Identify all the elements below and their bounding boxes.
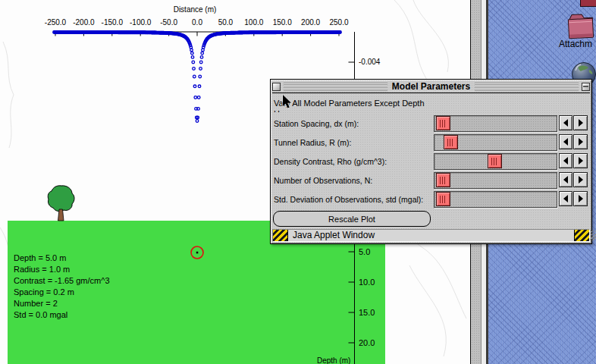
slider-row: Station Spacing, dx (m):: [271, 115, 591, 132]
slider-track[interactable]: [434, 115, 557, 132]
depth-tick-label: 5.0: [359, 247, 370, 256]
slider-increment-button[interactable]: [573, 191, 588, 206]
slider-decrement-button[interactable]: [559, 134, 572, 149]
slider-row: Number of Observations, N:: [271, 172, 591, 189]
left-arrow-icon: [563, 119, 568, 127]
slider-decrement-button[interactable]: [559, 115, 572, 130]
ground-info: Depth = 5.0 mRadius = 1.0 mContrast = -1…: [14, 253, 110, 321]
left-arrow-icon: [563, 138, 568, 146]
left-arrow-icon: [563, 195, 568, 202]
gravity-tick-label: -0.004: [359, 58, 380, 66]
slider-track[interactable]: [434, 134, 557, 151]
x-axis-title: Distance (m): [174, 5, 217, 14]
rescale-plot-button[interactable]: Rescale Plot: [273, 211, 431, 227]
depth-axis-title: Depth (m): [317, 356, 350, 364]
depth-tick-label: 15.0: [359, 308, 375, 317]
slider-label: Std. Deviation of Observations, std (mga…: [274, 195, 423, 204]
slider-label: Number of Observations, N:: [274, 176, 372, 185]
x-tick-label: 250.0: [322, 18, 356, 27]
left-arrow-icon: [563, 176, 568, 184]
ground-info-line: Radius = 1.0 m: [14, 264, 110, 275]
slider-decrement-button[interactable]: [559, 191, 572, 206]
slider-label: Density Contrast, Rho (g/cm^3):: [274, 157, 387, 166]
slider-track[interactable]: [434, 191, 557, 208]
slider-track[interactable]: [434, 172, 557, 189]
status-text: Java Applet Window: [288, 230, 375, 241]
slider-thumb[interactable]: [436, 173, 450, 187]
right-arrow-icon: [579, 119, 583, 127]
slider-row: Density Contrast, Rho (g/cm^3):: [271, 153, 591, 170]
java-applet-status-bar: Java Applet Window: [272, 229, 590, 242]
slider-row: Std. Deviation of Observations, std (mga…: [271, 191, 591, 208]
attachments-folder-icon[interactable]: [564, 9, 596, 41]
slider-thumb[interactable]: [436, 116, 450, 130]
slider-thumb[interactable]: [436, 192, 450, 206]
slider-track[interactable]: [434, 153, 557, 170]
slider-label: Station Spacing, dx (m):: [274, 119, 359, 128]
depth-tick-label: 10.0: [359, 278, 375, 287]
resize-grip-icon[interactable]: [590, 230, 596, 240]
right-arrow-icon: [579, 176, 583, 184]
left-arrow-icon: [563, 157, 568, 165]
ground-info-line: Std = 0.0 mgal: [14, 309, 110, 321]
slider-thumb[interactable]: [444, 135, 458, 149]
right-arrow-icon: [579, 138, 583, 146]
right-arrow-icon: [579, 157, 583, 165]
ground-info-line: Depth = 5.0 m: [14, 253, 110, 264]
ground-info-line: Spacing = 0.2 m: [14, 287, 110, 298]
slider-row: Tunnel Radius, R (m):: [271, 134, 591, 151]
slider-increment-button[interactable]: [573, 134, 588, 149]
depth-tick-label: 20.0: [359, 338, 375, 347]
right-arrow-icon: [579, 195, 583, 202]
slider-label: Tunnel Radius, R (m):: [274, 138, 351, 147]
slider-decrement-button[interactable]: [559, 172, 572, 187]
ground-info-line: Contrast = -1.65 gm/cm^3: [14, 275, 110, 287]
slider-thumb[interactable]: [488, 154, 502, 168]
java-warning-stripe-icon: [273, 230, 288, 241]
folder-label: Attachm: [559, 39, 592, 49]
clipped-folder-icon[interactable]: [580, 0, 596, 7]
model-parameters-window: Model Parameters Vary All Model Paramete…: [270, 79, 592, 244]
x-tick-labels: -250.0-200.0-150.0-100.0-50.00.050.0100.…: [0, 18, 470, 27]
java-warning-stripe-icon: [574, 230, 589, 241]
ground-info-line: Number = 2: [14, 298, 110, 309]
slider-decrement-button[interactable]: [559, 153, 572, 168]
slider-increment-button[interactable]: [573, 172, 588, 187]
slider-increment-button[interactable]: [573, 115, 588, 130]
slider-increment-button[interactable]: [573, 153, 588, 168]
